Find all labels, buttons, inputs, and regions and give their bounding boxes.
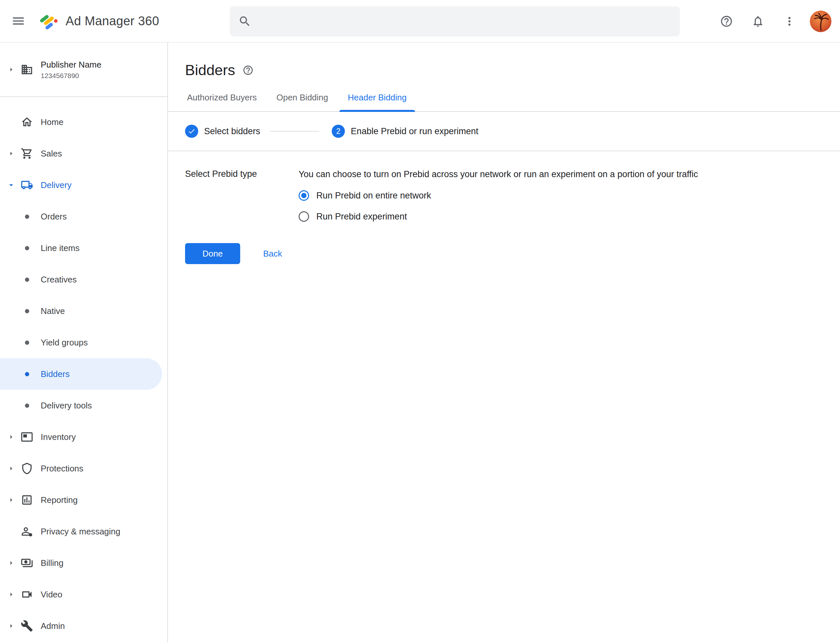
caret-right-icon: [7, 495, 16, 504]
hamburger-menu-button[interactable]: [7, 10, 29, 32]
search-icon: [238, 15, 251, 28]
bullet-icon: [25, 341, 29, 345]
hamburger-icon: [11, 14, 26, 28]
sidebar-item-privacy-messaging[interactable]: Privacy & messaging: [0, 516, 167, 547]
more-vert-icon: [783, 15, 796, 28]
tab-open-bidding[interactable]: Open Bidding: [266, 93, 338, 111]
sidebar-item-label: Sales: [41, 149, 62, 159]
stepper: Select bidders 2 Enable Prebid or run ex…: [168, 112, 840, 151]
notifications-button[interactable]: [747, 10, 769, 33]
tab-bar: Authorized Buyers Open Bidding Header Bi…: [168, 93, 840, 112]
sidebar-item-label: Video: [41, 589, 62, 600]
more-options-button[interactable]: [778, 10, 801, 33]
step-label: Select bidders: [204, 126, 260, 137]
sidebar-item-native[interactable]: Native: [0, 295, 167, 327]
account-avatar[interactable]: [810, 10, 832, 32]
video-expand-caret[interactable]: [5, 590, 18, 599]
caret-right-icon: [7, 464, 16, 473]
tab-authorized-buyers[interactable]: Authorized Buyers: [177, 93, 266, 111]
done-button[interactable]: Done: [185, 243, 240, 264]
sidebar-item-reporting[interactable]: Reporting: [0, 484, 167, 516]
caret-right-icon: [7, 590, 16, 599]
truck-icon: [20, 179, 34, 191]
publisher-id: 1234567890: [41, 72, 101, 80]
publisher-info: Publisher Name 1234567890: [41, 60, 101, 80]
sidebar-item-label: Protections: [41, 463, 83, 474]
sidebar-item-label: Billing: [41, 558, 63, 568]
search-input[interactable]: [258, 16, 671, 27]
sidebar-item-label: Privacy & messaging: [41, 527, 121, 537]
step-label: Enable Prebid or run experiment: [351, 126, 479, 137]
sidebar-item-orders[interactable]: Orders: [0, 201, 167, 232]
topbar-actions: [715, 0, 832, 42]
tab-header-bidding[interactable]: Header Bidding: [338, 93, 417, 111]
wrench-icon: [20, 620, 34, 632]
sidebar-item-label: Orders: [41, 212, 67, 222]
sidebar-item-label: Bidders: [41, 369, 70, 379]
sidebar-item-line-items[interactable]: Line items: [0, 232, 167, 264]
sidebar-item-label: Line items: [41, 243, 80, 253]
sidebar-item-protections[interactable]: Protections: [0, 453, 167, 484]
admin-expand-caret[interactable]: [5, 621, 18, 630]
sidebar-item-inventory[interactable]: Inventory: [0, 421, 167, 453]
sidebar-item-admin[interactable]: Admin: [0, 610, 167, 642]
radio-selected-icon[interactable]: [299, 190, 309, 201]
step-connector-line: [270, 131, 319, 132]
radio-option-label: Run Prebid experiment: [316, 212, 407, 222]
sidebar-item-label: Delivery tools: [41, 401, 92, 411]
sales-expand-caret[interactable]: [5, 149, 18, 158]
top-app-bar: Ad Manager 360: [0, 0, 840, 42]
sidebar-item-yield-groups[interactable]: Yield groups: [0, 327, 167, 358]
radio-option-entire-network[interactable]: Run Prebid on entire network: [299, 189, 698, 202]
bullet-icon: [25, 309, 29, 313]
help-button[interactable]: [715, 10, 738, 33]
sidebar-item-creatives[interactable]: Creatives: [0, 264, 167, 295]
sidebar-item-billing[interactable]: Billing: [0, 547, 167, 579]
video-camera-icon: [20, 588, 34, 601]
sidebar-item-home[interactable]: Home: [0, 106, 167, 138]
sidebar-item-video[interactable]: Video: [0, 579, 167, 610]
form-field-label: Select Prebid type: [185, 168, 299, 224]
sidebar-item-label: Reporting: [41, 495, 78, 505]
inventory-expand-caret[interactable]: [5, 432, 18, 442]
sidebar-item-delivery-tools[interactable]: Delivery tools: [0, 390, 167, 421]
sidebar-item-label: Inventory: [41, 432, 76, 442]
inventory-icon: [20, 431, 34, 443]
home-icon: [20, 116, 34, 128]
search-bar[interactable]: [230, 6, 680, 36]
sidebar-nav-list: Home Sales Delivery: [0, 97, 167, 642]
sidebar-navigation: Publisher Name 1234567890 Home Sales: [0, 42, 168, 642]
sidebar-item-label: Home: [41, 117, 63, 127]
sidebar-item-delivery[interactable]: Delivery: [0, 169, 167, 201]
step-select-bidders[interactable]: Select bidders: [185, 125, 260, 138]
publisher-expand-caret[interactable]: [5, 65, 18, 74]
shield-icon: [20, 462, 34, 475]
app-title: Ad Manager 360: [65, 14, 159, 28]
form-actions: Done Back: [168, 224, 840, 264]
caret-right-icon: [7, 149, 16, 158]
protections-expand-caret[interactable]: [5, 464, 18, 473]
radio-option-experiment[interactable]: Run Prebid experiment: [299, 210, 698, 224]
radio-unselected-icon[interactable]: [299, 211, 309, 222]
sidebar-item-sales[interactable]: Sales: [0, 138, 167, 169]
page-help-icon[interactable]: [242, 65, 253, 76]
back-button[interactable]: Back: [257, 244, 288, 263]
step-2-circle: 2: [332, 125, 345, 138]
delivery-collapse-caret[interactable]: [5, 180, 18, 189]
bullet-icon: [25, 215, 29, 219]
reporting-expand-caret[interactable]: [5, 495, 18, 504]
billing-expand-caret[interactable]: [5, 558, 18, 568]
sidebar-item-label: Delivery: [41, 180, 72, 190]
bullet-icon: [25, 277, 29, 282]
cart-icon: [20, 147, 34, 160]
ad-manager-logo[interactable]: [39, 12, 58, 30]
bullet-icon: [25, 372, 29, 376]
payments-icon: [20, 557, 34, 569]
publisher-account-selector[interactable]: Publisher Name 1234567890: [0, 42, 167, 97]
caret-down-icon: [7, 180, 16, 189]
radio-option-label: Run Prebid on entire network: [316, 191, 431, 201]
sidebar-item-bidders[interactable]: Bidders: [0, 358, 162, 390]
step-enable-prebid[interactable]: 2 Enable Prebid or run experiment: [332, 125, 479, 138]
main-content: Bidders Authorized Buyers Open Bidding H…: [168, 42, 840, 642]
caret-right-icon: [7, 432, 16, 442]
